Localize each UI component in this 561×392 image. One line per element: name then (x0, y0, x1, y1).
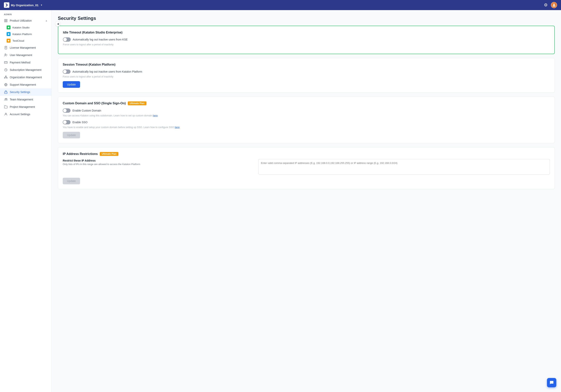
session-timeout-toggle[interactable] (63, 70, 71, 74)
svg-point-22 (5, 98, 6, 99)
idle-timeout-toggle-row: Automatically log out inactive users fro… (63, 37, 550, 42)
sidebar-item-organization-management[interactable]: Organization Management (0, 73, 51, 81)
sidebar: ADMIN Product Utilization ▲ Katalon Stud… (0, 10, 52, 392)
avatar[interactable] (551, 2, 557, 8)
custom-domain-toggle-row: Enable Custom Domain (63, 108, 550, 113)
katalon-platform-icon (7, 32, 11, 36)
org-switcher[interactable]: My Organization_01 ▾ (4, 2, 42, 8)
session-timeout-update-button[interactable]: Update (63, 81, 80, 88)
sidebar-item-testcloud[interactable]: TestCloud (0, 37, 51, 44)
svg-rect-18 (6, 78, 7, 78)
svg-rect-3 (4, 21, 5, 22)
svg-point-0 (553, 4, 555, 5)
svg-rect-16 (5, 76, 6, 77)
account-settings-icon (4, 112, 8, 116)
product-utilization-label: Product Utilization (10, 19, 32, 22)
custom-domain-desc: You can access Katalon using this subdom… (63, 114, 550, 117)
svg-marker-5 (8, 26, 10, 28)
idle-timeout-toggle[interactable] (63, 37, 71, 42)
sso-toggle[interactable] (63, 120, 71, 124)
svg-point-23 (6, 98, 7, 99)
organization-management-label: Organization Management (10, 76, 42, 79)
svg-point-12 (5, 54, 6, 55)
ip-address-input[interactable] (258, 159, 550, 175)
topnav-actions: ⚙ (544, 2, 557, 8)
sidebar-item-project-management[interactable]: Project Management (0, 103, 51, 111)
sidebar-item-team-management[interactable]: Team Management (0, 96, 51, 103)
app-logo (4, 2, 9, 8)
support-management-label: Support Management (10, 83, 36, 86)
collapse-sidebar-button[interactable]: ◀ (55, 21, 61, 26)
security-settings-icon (4, 90, 8, 94)
katalon-studio-icon (7, 25, 11, 29)
custom-domain-sso-title: Custom Domain and SSO (Single Sign-On) U… (63, 101, 550, 105)
admin-label: ADMIN (0, 10, 51, 17)
sidebar-item-payment-method[interactable]: Payment Method (0, 59, 51, 66)
custom-domain-desc-text: You can access Katalon using this subdom… (63, 114, 152, 117)
katalon-studio-label: Katalon Studio (12, 26, 30, 29)
svg-rect-21 (4, 92, 7, 93)
org-name: My Organization_01 (11, 3, 39, 7)
team-management-icon (4, 98, 8, 101)
katalon-platform-label: Katalon Platform (12, 33, 32, 36)
org-chevron-icon: ▾ (41, 4, 42, 6)
svg-rect-4 (6, 21, 7, 22)
custom-domain-sso-title-text: Custom Domain and SSO (Single Sign-On) (63, 102, 126, 105)
idle-timeout-title: Idle Timeout (Katalon Studio Enterprise) (63, 31, 550, 34)
custom-domain-plan-badge: Ultimate Plan (128, 101, 147, 105)
team-management-label: Team Management (10, 98, 33, 101)
top-navigation: My Organization_01 ▾ ⚙ (0, 0, 561, 10)
sidebar-item-support-management[interactable]: Support Management (0, 81, 51, 88)
sidebar-item-katalon-studio[interactable]: Katalon Studio (0, 24, 51, 31)
svg-rect-1 (4, 19, 5, 20)
page-title: Security Settings (58, 16, 555, 21)
ip-restrictions-card: IP Address Restrictions Ultimate Plan Re… (58, 147, 555, 189)
ip-restrictions-plan-badge: Ultimate Plan (100, 152, 119, 156)
main-layout: ADMIN Product Utilization ▲ Katalon Stud… (0, 10, 561, 392)
ip-restrictions-title: IP Address Restrictions Ultimate Plan (63, 152, 550, 156)
sidebar-item-product-utilization[interactable]: Product Utilization ▲ (0, 17, 51, 24)
svg-rect-13 (4, 62, 7, 64)
sso-desc: You have to enable and setup your custom… (63, 126, 550, 129)
license-management-label: License Management (10, 46, 36, 49)
sidebar-item-katalon-platform[interactable]: Katalon Platform (0, 31, 51, 37)
sidebar-item-account-settings[interactable]: Account Settings (0, 111, 51, 118)
subscription-management-label: Subscription Management (10, 68, 42, 72)
sidebar-item-security-settings[interactable]: Security Settings (0, 88, 51, 96)
sidebar-item-user-management[interactable]: User Management (0, 52, 51, 59)
settings-icon[interactable]: ⚙ (544, 2, 548, 8)
ip-section: Restrict these IP Address Only lists of … (63, 159, 550, 175)
ip-restrict-title: Restrict these IP Address (63, 159, 254, 162)
sso-link[interactable]: here (175, 126, 180, 129)
custom-domain-link[interactable]: here (153, 114, 158, 117)
ip-restrictions-update-button: Update (63, 178, 80, 184)
idle-timeout-card: Idle Timeout (Katalon Studio Enterprise)… (58, 26, 555, 54)
ip-info: Restrict these IP Address Only lists of … (63, 159, 254, 166)
session-timeout-title: Session Timeout (Katalon Platform) (63, 63, 550, 66)
svg-marker-7 (8, 40, 10, 42)
project-management-icon (4, 105, 8, 109)
product-utilization-chevron: ▲ (45, 19, 48, 22)
custom-domain-toggle[interactable] (63, 108, 71, 113)
session-timeout-toggle-label: Automatically log out inactive users fro… (73, 70, 142, 73)
sso-toggle-label: Enable SSO (73, 121, 87, 124)
svg-rect-2 (6, 19, 7, 20)
subscription-management-icon (4, 68, 8, 72)
account-settings-label: Account Settings (10, 113, 30, 116)
session-timeout-toggle-row: Automatically log out inactive users fro… (63, 70, 550, 74)
sso-toggle-row: Enable SSO (63, 120, 550, 124)
license-management-icon (4, 46, 8, 50)
custom-domain-toggle-label: Enable Custom Domain (73, 109, 101, 112)
idle-timeout-toggle-label: Automatically log out inactive users fro… (73, 38, 128, 41)
sidebar-item-subscription-management[interactable]: Subscription Management (0, 66, 51, 73)
content-area: ◀ Security Settings Idle Timeout (Katalo… (52, 10, 561, 392)
session-timeout-card: Session Timeout (Katalon Platform) Autom… (58, 58, 555, 93)
ip-restrictions-title-text: IP Address Restrictions (63, 152, 98, 156)
testcloud-icon (7, 39, 11, 43)
sidebar-item-license-management[interactable]: License Management (0, 44, 51, 52)
chat-widget-button[interactable] (547, 378, 556, 387)
testcloud-label: TestCloud (12, 39, 24, 42)
svg-rect-17 (4, 78, 5, 78)
ip-restrict-desc: Only lists of IPs in this range are allo… (63, 163, 254, 166)
session-timeout-helper: Force users to logout after a period of … (63, 75, 550, 78)
